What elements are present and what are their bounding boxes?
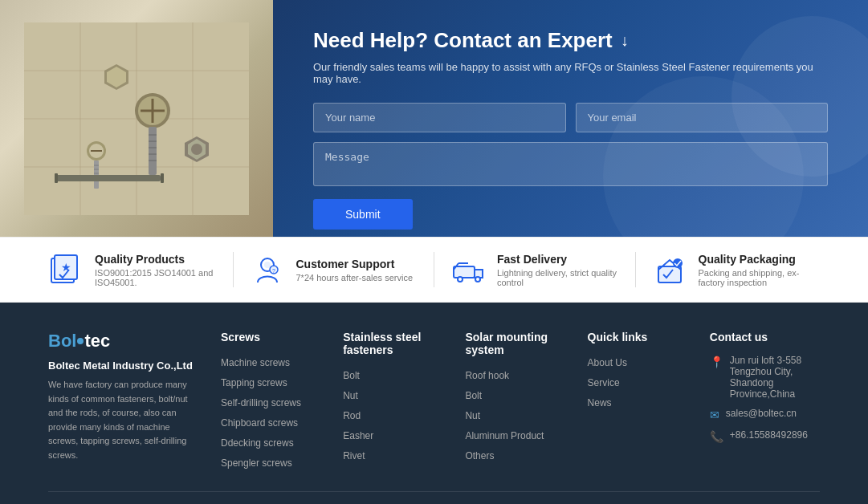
list-item: Spengler screws [221,455,319,469]
fasteners-link-2[interactable]: Rod [343,410,361,421]
footer-screws-list: Machine screws Tapping screws Self-drill… [221,355,319,469]
footer-address-text: Jun rui loft 3-558 Tengzhou City, Shando… [730,355,808,400]
footer-col-fasteners: Stainless steel fasteners Bolt Nut Rod E… [331,331,453,475]
footer-company-name: Boltec Metal Industry Co.,Ltd [48,360,193,372]
screws-link-1[interactable]: Tapping screws [221,377,287,388]
feature-customer-support-desc: 7*24 hours after-sales service [296,273,414,282]
contact-title-text: Need Help? Contact an Expert [313,28,613,53]
list-item: Easher [343,428,441,442]
list-item: Rivet [343,448,441,462]
screws-link-4[interactable]: Ddecking screws [221,437,294,449]
fasteners-link-4[interactable]: Rivet [343,450,365,461]
svg-point-47 [673,258,683,268]
list-item: Chipboard screws [221,415,319,429]
screws-link-2[interactable]: Self-drilling screws [221,397,301,408]
footer-contact-email: ✉ sales@boltec.cn [710,408,808,421]
screws-link-5[interactable]: Spengler screws [221,457,292,469]
footer-company-desc: We have factory can produce many kinds o… [48,378,193,463]
phone-icon: 📞 [710,430,723,443]
footer-col-contact-title: Contact us [710,331,808,343]
footer-email-text: sales@boltec.cn [726,408,797,419]
screws-link-0[interactable]: Machine screws [221,357,290,368]
hero-section: Need Help? Contact an Expert ↓ Our frien… [0,0,868,237]
feature-fast-delivery-title: Fast Delivery [497,253,619,266]
list-item: Roof hook [465,368,563,382]
solar-link-3[interactable]: Aluminum Product [465,430,544,441]
footer-col-quicklinks: Quick links About Us Service News [576,331,698,475]
svg-point-36 [264,262,271,268]
quicklinks-link-0[interactable]: About Us [588,357,627,368]
feature-quality-packaging-desc: Packing and shipping, ex-factory inspect… [699,268,821,287]
hero-image [0,0,273,237]
svg-rect-13 [149,127,157,175]
quicklinks-link-1[interactable]: Service [588,377,620,388]
footer-main: Boltec Boltec Metal Industry Co.,Ltd We … [48,331,820,475]
footer-col-contact: Contact us 📍 Jun rui loft 3-558 Tengzhou… [698,331,820,475]
solar-link-1[interactable]: Bolt [465,390,482,401]
footer-contact-address: 📍 Jun rui loft 3-558 Tengzhou City, Shan… [710,355,808,400]
svg-text:★: ★ [61,261,71,274]
list-item: Nut [465,408,563,422]
down-arrow-icon: ↓ [621,31,629,50]
footer-bottom: Copyright © 2023 Boltec Metal Industry C… [48,491,820,504]
list-item: Service [588,375,686,389]
email-input[interactable] [576,103,829,132]
screws-link-3[interactable]: Chipboard screws [221,417,298,429]
footer-quicklinks-list: About Us Service News [588,355,686,409]
svg-point-28 [191,144,202,155]
svg-rect-29 [56,175,161,181]
contact-title: Need Help? Contact an Expert ↓ [313,28,828,53]
svg-rect-30 [161,173,164,183]
footer-col-screws: Screws Machine screws Tapping screws Sel… [209,331,331,475]
list-item: Others [465,448,563,462]
list-item: Self-drilling screws [221,395,319,409]
footer-contact-phone: 📞 +86.15588492896 [710,429,808,443]
solar-link-0[interactable]: Roof hook [465,370,509,381]
feature-fast-delivery: Fast Delivery Lightning delivery, strict… [434,252,635,287]
customer-support-icon: ? [250,252,285,287]
footer-logo: Boltec [48,331,193,352]
feature-customer-support: ? Customer Support 7*24 hours after-sale… [233,252,434,287]
list-item: About Us [588,355,686,369]
quicklinks-link-2[interactable]: News [588,397,612,408]
list-item: Nut [343,388,441,402]
message-textarea[interactable] [313,142,828,186]
quality-products-icon: ★ [48,252,84,287]
svg-rect-31 [55,173,58,183]
form-name-email-row [313,103,828,132]
feature-fast-delivery-desc: Lightning delivery, strict quality contr… [497,268,619,287]
svg-rect-39 [454,266,475,278]
list-item: Machine screws [221,355,319,369]
solar-link-4[interactable]: Others [465,450,494,461]
footer: Boltec Boltec Metal Industry Co.,Ltd We … [0,303,868,504]
fasteners-link-1[interactable]: Nut [343,390,358,401]
footer-col-screws-title: Screws [221,331,319,343]
features-bar: ★ Quality Products ISO9001:2015 JSO14001… [0,237,868,303]
list-item: Rod [343,408,441,422]
footer-solar-list: Roof hook Bolt Nut Aluminum Product Othe… [465,368,563,462]
list-item: Tapping screws [221,375,319,389]
list-item: Aluminum Product [465,428,563,442]
feature-quality-products-title: Quality Products [95,253,217,266]
quality-packaging-icon [652,252,687,287]
list-item: Bolt [465,388,563,402]
list-item: Bolt [343,368,441,382]
submit-button[interactable]: Submit [313,199,413,230]
svg-point-43 [476,278,479,281]
footer-col-solar: Solar mounting system Roof hook Bolt Nut… [453,331,575,475]
feature-quality-products: ★ Quality Products ISO9001:2015 JSO14001… [32,252,233,287]
footer-fasteners-list: Bolt Nut Rod Easher Rivet [343,368,441,462]
footer-col-quicklinks-title: Quick links [588,331,686,343]
contact-subtitle: Our friendly sales teams will be happy t… [313,61,828,85]
email-icon: ✉ [710,408,719,421]
svg-point-41 [458,278,462,281]
feature-customer-support-title: Customer Support [296,258,414,270]
list-item: Ddecking screws [221,435,319,449]
name-input[interactable] [313,103,566,132]
list-item: News [588,395,686,409]
solar-link-2[interactable]: Nut [465,410,480,421]
footer-brand: Boltec Boltec Metal Industry Co.,Ltd We … [48,331,209,475]
feature-quality-packaging: Quality Packaging Packing and shipping, … [635,252,837,287]
fasteners-link-0[interactable]: Bolt [343,370,360,381]
fasteners-link-3[interactable]: Easher [343,430,373,441]
